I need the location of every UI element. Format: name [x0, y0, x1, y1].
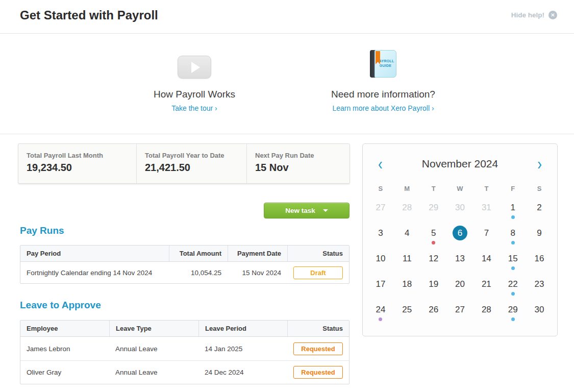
table-cell-status: Requested	[287, 338, 349, 359]
stat-cell: Next Pay Run Date15 Nov	[246, 144, 350, 183]
day-number: 29	[426, 200, 441, 215]
calendar-day[interactable]: 13	[447, 250, 473, 275]
calendar-day[interactable]: 24	[367, 301, 394, 326]
day-number: 27	[373, 200, 388, 215]
calendar-day[interactable]: 27	[447, 301, 473, 326]
day-number: 12	[426, 251, 441, 266]
event-dot-blue	[511, 241, 515, 244]
day-number: 30	[453, 200, 467, 215]
calendar-day[interactable]: 23	[526, 275, 553, 301]
hide-help-button[interactable]: Hide help! ✕	[511, 11, 557, 19]
calendar-day[interactable]: 8	[500, 224, 526, 250]
table-cell-status: Requested	[287, 362, 349, 383]
how-payroll-works-section: How Payroll Works Take the tour ›	[118, 47, 271, 113]
day-number: 1	[506, 200, 520, 215]
day-number: 7	[479, 226, 494, 240]
day-number: 17	[373, 277, 388, 291]
close-icon[interactable]: ✕	[548, 11, 557, 19]
calendar-day[interactable]: 31	[473, 199, 500, 224]
table-header-row: Pay PeriodTotal AmountPayment DateStatus	[20, 246, 349, 262]
table-header-row: EmployeeLeave TypeLeave PeriodStatus	[20, 321, 349, 337]
table-row[interactable]: Oliver GrayAnnual Leave24 Dec 2024Reques…	[20, 360, 349, 384]
table-cell: Annual Leave	[109, 364, 198, 380]
event-dot-blue	[511, 215, 515, 219]
day-number: 21	[479, 277, 494, 291]
calendar-day[interactable]: 18	[394, 275, 420, 301]
calendar-day[interactable]: 29	[500, 301, 526, 326]
calendar-day[interactable]: 3	[367, 224, 394, 250]
calendar-prev-button[interactable]: ‹	[378, 156, 383, 173]
column-header: Employee	[20, 321, 109, 336]
calendar-day[interactable]: 14	[473, 250, 500, 275]
calendar-day[interactable]: 12	[420, 250, 447, 275]
video-play-icon[interactable]	[178, 56, 211, 79]
calendar-next-button[interactable]: ›	[537, 156, 542, 173]
calendar-day[interactable]: 30	[526, 301, 553, 326]
calendar-week-row: 272829303112	[367, 199, 553, 224]
table-row[interactable]: James LebronAnnual Leave14 Jan 2025Reque…	[20, 337, 349, 360]
event-dot-purple	[379, 317, 382, 321]
day-number: 10	[373, 251, 388, 266]
calendar-day[interactable]: 17	[367, 275, 394, 301]
calendar-day[interactable]: 15	[500, 250, 526, 275]
pay-runs-table: Pay PeriodTotal AmountPayment DateStatus…	[20, 245, 350, 284]
calendar-day[interactable]: 2	[526, 199, 553, 224]
new-task-button[interactable]: New task	[264, 203, 350, 218]
table-cell: Oliver Gray	[20, 364, 109, 380]
calendar-day[interactable]: 25	[394, 301, 420, 326]
calendar-day[interactable]: 30	[447, 199, 473, 224]
calendar-day[interactable]: 9	[526, 224, 553, 250]
stats-bar: Total Payroll Last Month19,234.50Total P…	[18, 143, 350, 184]
video-section-title: How Payroll Works	[118, 89, 271, 100]
guide-section-title: Need more information?	[307, 89, 460, 100]
day-number: 16	[532, 251, 547, 266]
column-header: Pay Period	[20, 246, 169, 261]
event-dot-blue	[511, 317, 515, 321]
calendar-day[interactable]: 20	[447, 275, 473, 301]
table-cell: 10,054.25	[169, 265, 228, 281]
column-header: Status	[287, 246, 349, 261]
calendar-day[interactable]: 10	[367, 250, 394, 275]
column-header: Total Amount	[169, 246, 228, 261]
calendar-day[interactable]: 27	[367, 199, 394, 224]
calendar-day[interactable]: 19	[420, 275, 447, 301]
calendar-day[interactable]: 5	[420, 224, 447, 250]
calendar-day[interactable]: 28	[473, 301, 500, 326]
day-number: 29	[506, 302, 520, 317]
status-badge: Requested	[293, 366, 343, 379]
table-cell-status: Draft	[287, 262, 349, 283]
take-the-tour-link[interactable]: Take the tour ›	[171, 104, 217, 112]
calendar-day[interactable]: 16	[526, 250, 553, 275]
table-row[interactable]: Fortnightly Calendar ending 14 Nov 20241…	[20, 262, 349, 283]
day-number: 2	[532, 200, 547, 215]
calendar-day[interactable]: 29	[420, 199, 447, 224]
payroll-guide-book-icon[interactable]: PAYROLL GUIDE	[370, 50, 396, 79]
calendar-day[interactable]: 4	[394, 224, 420, 250]
day-number: 28	[479, 302, 494, 317]
calendar-week-row: 17181920212223	[367, 275, 553, 301]
calendar-day[interactable]: 21	[473, 275, 500, 301]
stat-label: Total Payroll Last Month	[27, 152, 136, 159]
day-number: 5	[426, 226, 441, 240]
event-dot-red	[432, 241, 435, 244]
column-header: Status	[287, 321, 349, 336]
calendar-day[interactable]: 1	[500, 199, 526, 224]
stat-value: 19,234.50	[27, 162, 136, 174]
calendar-grid: SMTWTFS272829303112345678910111213141516…	[363, 170, 557, 326]
column-header: Payment Date	[228, 246, 287, 261]
calendar-week-row: 10111213141516	[367, 250, 553, 275]
calendar-day[interactable]: 6	[447, 224, 473, 250]
table-cell: Fortnightly Calendar ending 14 Nov 2024	[20, 265, 169, 281]
day-number: 26	[426, 302, 441, 317]
calendar-day[interactable]: 7	[473, 224, 500, 250]
calendar-day[interactable]: 28	[394, 199, 420, 224]
day-number: 27	[453, 302, 467, 317]
hide-help-label: Hide help!	[511, 11, 544, 19]
day-number: 30	[532, 302, 547, 317]
calendar-day[interactable]: 26	[420, 301, 447, 326]
learn-more-link[interactable]: Learn more about Xero Payroll ›	[332, 104, 434, 112]
day-number: 18	[400, 277, 414, 291]
day-number: 31	[479, 200, 494, 215]
calendar-day[interactable]: 11	[394, 250, 420, 275]
calendar-day[interactable]: 22	[500, 275, 526, 301]
